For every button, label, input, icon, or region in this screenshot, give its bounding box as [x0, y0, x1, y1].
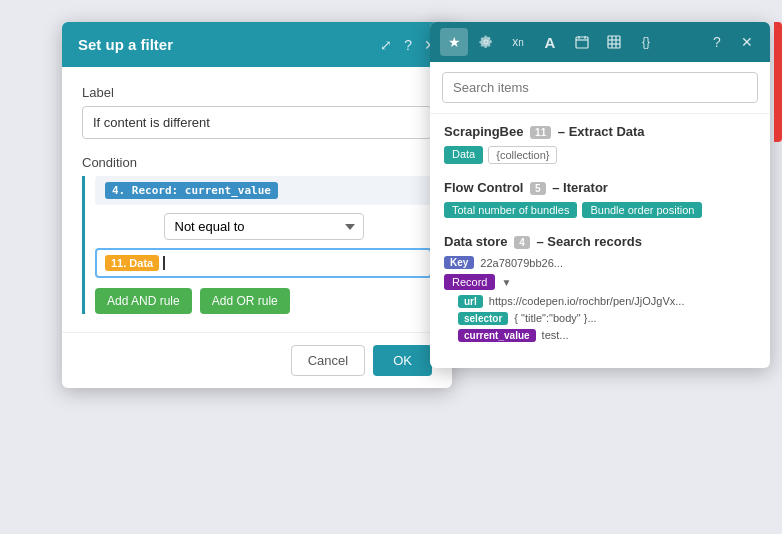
search-bar [430, 62, 770, 114]
tag-current-value[interactable]: current_value [458, 329, 536, 342]
module-flow-control-tags: Total number of bundles Bundle order pos… [444, 202, 756, 218]
ok-button[interactable]: OK [373, 345, 432, 376]
current-value-val: test... [542, 329, 569, 341]
selector-value: { "title":"body" }... [514, 312, 596, 324]
dialog-footer: Cancel OK [62, 332, 452, 388]
panel-content: ScrapingBee 11 – Extract Data Data {coll… [430, 114, 770, 368]
text-cursor [163, 256, 165, 270]
calendar-icon[interactable] [568, 28, 596, 56]
expand-icon[interactable]: ⤢ [380, 37, 392, 53]
button-row: Add AND rule Add OR rule [95, 288, 432, 314]
text-icon[interactable]: A [536, 28, 564, 56]
panel-help-icon[interactable]: ? [704, 29, 730, 55]
panel-close-icon[interactable]: ✕ [734, 29, 760, 55]
cancel-button[interactable]: Cancel [291, 345, 365, 376]
superscript-icon[interactable]: xn [504, 28, 532, 56]
module-scrapingbee-number: 11 [530, 126, 551, 139]
dialog-title: Set up a filter [78, 36, 173, 53]
key-tag[interactable]: Key [444, 256, 474, 269]
label-field-label: Label [82, 85, 432, 100]
source-row: 4. Record: current_value [95, 176, 432, 205]
dialog-header-icons: ⤢ ? ✕ [380, 37, 436, 53]
star-icon[interactable]: ★ [440, 28, 468, 56]
record-tag[interactable]: Record [444, 274, 495, 290]
tag-url[interactable]: url [458, 295, 483, 308]
condition-container: 4. Record: current_value Not equal to Eq… [82, 176, 432, 314]
add-or-button[interactable]: Add OR rule [200, 288, 290, 314]
operator-row: Not equal to Equal to Contains Greater t… [95, 213, 432, 240]
module-data-store: Data store 4 – Search records Key 22a780… [444, 234, 756, 342]
tag-data[interactable]: Data [444, 146, 483, 164]
module-flow-control-name: Flow Control [444, 180, 523, 195]
tag-total-bundles[interactable]: Total number of bundles [444, 202, 577, 218]
module-flow-control-header: Flow Control 5 – Iterator [444, 180, 756, 195]
record-row: Record ▼ [444, 274, 756, 290]
module-data-store-subtitle: Search records [547, 234, 642, 249]
condition-label: Condition [82, 155, 432, 170]
search-input[interactable] [442, 72, 758, 103]
dialog-body: Label Condition 4. Record: current_value… [62, 67, 452, 332]
sub-items: url https://codepen.io/rochbr/pen/JjOJgV… [444, 295, 756, 342]
module-scrapingbee: ScrapingBee 11 – Extract Data Data {coll… [444, 124, 756, 164]
module-scrapingbee-name: ScrapingBee [444, 124, 523, 139]
add-and-button[interactable]: Add AND rule [95, 288, 192, 314]
url-value: https://codepen.io/rochbr/pen/JjOJgVx... [489, 295, 685, 307]
module-data-store-name: Data store [444, 234, 508, 249]
module-flow-control-subtitle: Iterator [563, 180, 608, 195]
dialog-header: Set up a filter ⤢ ? ✕ [62, 22, 452, 67]
sub-item-current-value: current_value test... [458, 329, 756, 342]
record-dropdown-arrow[interactable]: ▼ [501, 277, 511, 288]
tag-collection: {collection} [488, 146, 557, 164]
module-scrapingbee-header: ScrapingBee 11 – Extract Data [444, 124, 756, 139]
operator-select[interactable]: Not equal to Equal to Contains Greater t… [164, 213, 364, 240]
filter-dialog: Set up a filter ⤢ ? ✕ Label Condition 4.… [62, 22, 452, 388]
red-scroll-bar[interactable] [774, 22, 782, 142]
svg-rect-4 [608, 36, 620, 48]
table-icon[interactable] [600, 28, 628, 56]
key-value: 22a78079bb26... [480, 257, 563, 269]
help-icon[interactable]: ? [404, 37, 412, 53]
tag-bundle-order[interactable]: Bundle order position [582, 202, 702, 218]
module-scrapingbee-subtitle: Extract Data [569, 124, 645, 139]
value-tag[interactable]: 11. Data [105, 255, 159, 271]
label-input[interactable] [82, 106, 432, 139]
tag-selector[interactable]: selector [458, 312, 508, 325]
module-scrapingbee-dash: – [558, 124, 569, 139]
code-icon[interactable]: {} [632, 28, 660, 56]
value-input-row[interactable]: 11. Data [95, 248, 432, 278]
sub-item-selector: selector { "title":"body" }... [458, 312, 756, 325]
module-scrapingbee-tags: Data {collection} [444, 146, 756, 164]
right-panel: ★ xn A [430, 22, 770, 368]
module-flow-control-number: 5 [530, 182, 546, 195]
module-data-store-dash: – [536, 234, 547, 249]
panel-toolbar: ★ xn A [430, 22, 770, 62]
gear-icon[interactable] [472, 28, 500, 56]
module-data-store-header: Data store 4 – Search records [444, 234, 756, 249]
module-flow-control: Flow Control 5 – Iterator Total number o… [444, 180, 756, 218]
condition-section: Condition 4. Record: current_value Not e… [82, 155, 432, 314]
module-data-store-number: 4 [514, 236, 530, 249]
module-flow-control-dash: – [552, 180, 563, 195]
svg-rect-0 [576, 37, 588, 48]
key-row: Key 22a78079bb26... [444, 256, 756, 269]
sub-item-url: url https://codepen.io/rochbr/pen/JjOJgV… [458, 295, 756, 308]
source-tag[interactable]: 4. Record: current_value [105, 182, 278, 199]
